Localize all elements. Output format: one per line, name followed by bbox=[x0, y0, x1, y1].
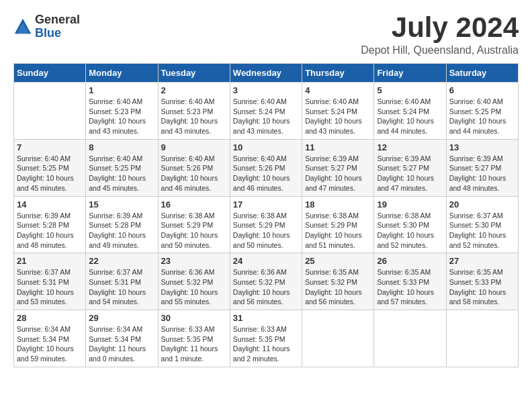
day-number: 13 bbox=[449, 142, 515, 152]
day-info: Sunrise: 6:34 AM Sunset: 5:34 PM Dayligh… bbox=[17, 324, 83, 364]
table-row: 13Sunrise: 6:39 AM Sunset: 5:27 PM Dayli… bbox=[446, 139, 518, 196]
calendar-week-row: 1Sunrise: 6:40 AM Sunset: 5:23 PM Daylig… bbox=[14, 83, 519, 140]
table-row: 11Sunrise: 6:39 AM Sunset: 5:27 PM Dayli… bbox=[302, 139, 374, 196]
day-info: Sunrise: 6:40 AM Sunset: 5:26 PM Dayligh… bbox=[161, 154, 227, 193]
day-info: Sunrise: 6:40 AM Sunset: 5:23 PM Dayligh… bbox=[89, 97, 154, 136]
day-info: Sunrise: 6:40 AM Sunset: 5:23 PM Dayligh… bbox=[161, 97, 227, 136]
day-number: 4 bbox=[305, 85, 371, 95]
day-info: Sunrise: 6:35 AM Sunset: 5:33 PM Dayligh… bbox=[377, 267, 443, 307]
calendar-header-row: Sunday Monday Tuesday Wednesday Thursday… bbox=[14, 64, 519, 83]
day-number: 16 bbox=[161, 199, 227, 210]
table-row: 9Sunrise: 6:40 AM Sunset: 5:26 PM Daylig… bbox=[158, 139, 230, 196]
day-info: Sunrise: 6:39 AM Sunset: 5:27 PM Dayligh… bbox=[305, 154, 371, 193]
day-number: 31 bbox=[233, 313, 299, 323]
logo-general-text: General bbox=[35, 13, 80, 27]
logo-icon bbox=[13, 17, 32, 36]
calendar-week-row: 14Sunrise: 6:39 AM Sunset: 5:28 PM Dayli… bbox=[14, 196, 519, 253]
header-sunday: Sunday bbox=[14, 64, 86, 83]
table-row: 6Sunrise: 6:40 AM Sunset: 5:25 PM Daylig… bbox=[446, 83, 518, 140]
day-info: Sunrise: 6:38 AM Sunset: 5:30 PM Dayligh… bbox=[377, 211, 443, 250]
table-row: 22Sunrise: 6:37 AM Sunset: 5:31 PM Dayli… bbox=[86, 253, 158, 310]
day-info: Sunrise: 6:37 AM Sunset: 5:30 PM Dayligh… bbox=[449, 211, 515, 250]
day-info: Sunrise: 6:36 AM Sunset: 5:32 PM Dayligh… bbox=[233, 267, 299, 307]
day-number: 7 bbox=[17, 142, 83, 152]
table-row: 19Sunrise: 6:38 AM Sunset: 5:30 PM Dayli… bbox=[374, 196, 446, 253]
day-info: Sunrise: 6:39 AM Sunset: 5:27 PM Dayligh… bbox=[449, 154, 515, 193]
day-number: 5 bbox=[377, 85, 443, 95]
day-info: Sunrise: 6:40 AM Sunset: 5:24 PM Dayligh… bbox=[377, 97, 443, 136]
header-saturday: Saturday bbox=[446, 64, 518, 83]
day-info: Sunrise: 6:33 AM Sunset: 5:35 PM Dayligh… bbox=[161, 324, 227, 364]
table-row: 4Sunrise: 6:40 AM Sunset: 5:24 PM Daylig… bbox=[302, 83, 374, 140]
header-monday: Monday bbox=[86, 64, 158, 83]
table-row: 26Sunrise: 6:35 AM Sunset: 5:33 PM Dayli… bbox=[374, 253, 446, 310]
table-row: 17Sunrise: 6:38 AM Sunset: 5:29 PM Dayli… bbox=[230, 196, 302, 253]
table-row: 18Sunrise: 6:38 AM Sunset: 5:29 PM Dayli… bbox=[302, 196, 374, 253]
table-row: 2Sunrise: 6:40 AM Sunset: 5:23 PM Daylig… bbox=[158, 83, 230, 140]
day-info: Sunrise: 6:40 AM Sunset: 5:25 PM Dayligh… bbox=[89, 154, 154, 193]
logo-blue-text: Blue bbox=[35, 27, 80, 40]
header-friday: Friday bbox=[374, 64, 446, 83]
table-row: 3Sunrise: 6:40 AM Sunset: 5:24 PM Daylig… bbox=[230, 83, 302, 140]
table-row bbox=[14, 83, 86, 140]
day-info: Sunrise: 6:40 AM Sunset: 5:24 PM Dayligh… bbox=[305, 97, 371, 136]
day-info: Sunrise: 6:40 AM Sunset: 5:25 PM Dayligh… bbox=[449, 97, 515, 136]
table-row: 1Sunrise: 6:40 AM Sunset: 5:23 PM Daylig… bbox=[86, 83, 158, 140]
table-row: 12Sunrise: 6:39 AM Sunset: 5:27 PM Dayli… bbox=[374, 139, 446, 196]
day-number: 28 bbox=[17, 313, 83, 323]
table-row: 23Sunrise: 6:36 AM Sunset: 5:32 PM Dayli… bbox=[158, 253, 230, 310]
day-number: 24 bbox=[233, 256, 299, 266]
day-number: 30 bbox=[161, 313, 227, 323]
day-number: 26 bbox=[377, 256, 443, 266]
day-number: 19 bbox=[377, 199, 443, 210]
table-row: 16Sunrise: 6:38 AM Sunset: 5:29 PM Dayli… bbox=[158, 196, 230, 253]
day-info: Sunrise: 6:40 AM Sunset: 5:25 PM Dayligh… bbox=[17, 154, 83, 193]
table-row: 21Sunrise: 6:37 AM Sunset: 5:31 PM Dayli… bbox=[14, 253, 86, 310]
day-number: 17 bbox=[233, 199, 299, 210]
header-wednesday: Wednesday bbox=[230, 64, 302, 83]
day-number: 2 bbox=[161, 85, 227, 95]
table-row bbox=[446, 310, 518, 367]
table-row bbox=[374, 310, 446, 367]
table-row: 29Sunrise: 6:34 AM Sunset: 5:34 PM Dayli… bbox=[86, 310, 158, 367]
table-row: 7Sunrise: 6:40 AM Sunset: 5:25 PM Daylig… bbox=[14, 139, 86, 196]
day-number: 15 bbox=[89, 199, 154, 210]
table-row: 30Sunrise: 6:33 AM Sunset: 5:35 PM Dayli… bbox=[158, 310, 230, 367]
day-info: Sunrise: 6:40 AM Sunset: 5:24 PM Dayligh… bbox=[233, 97, 299, 136]
day-number: 25 bbox=[305, 256, 371, 266]
calendar-week-row: 7Sunrise: 6:40 AM Sunset: 5:25 PM Daylig… bbox=[14, 139, 519, 196]
day-info: Sunrise: 6:39 AM Sunset: 5:27 PM Dayligh… bbox=[377, 154, 443, 193]
day-number: 3 bbox=[233, 85, 299, 95]
table-row: 24Sunrise: 6:36 AM Sunset: 5:32 PM Dayli… bbox=[230, 253, 302, 310]
day-info: Sunrise: 6:40 AM Sunset: 5:26 PM Dayligh… bbox=[233, 154, 299, 193]
table-row: 5Sunrise: 6:40 AM Sunset: 5:24 PM Daylig… bbox=[374, 83, 446, 140]
day-number: 23 bbox=[161, 256, 227, 266]
table-row: 31Sunrise: 6:33 AM Sunset: 5:35 PM Dayli… bbox=[230, 310, 302, 367]
logo-text: General Blue bbox=[35, 13, 80, 40]
day-info: Sunrise: 6:35 AM Sunset: 5:33 PM Dayligh… bbox=[449, 267, 515, 307]
calendar-week-row: 21Sunrise: 6:37 AM Sunset: 5:31 PM Dayli… bbox=[14, 253, 519, 310]
header-tuesday: Tuesday bbox=[158, 64, 230, 83]
day-number: 14 bbox=[17, 199, 83, 210]
day-number: 11 bbox=[305, 142, 371, 152]
day-number: 29 bbox=[89, 313, 154, 323]
calendar-week-row: 28Sunrise: 6:34 AM Sunset: 5:34 PM Dayli… bbox=[14, 310, 519, 367]
title-area: July 2024 Depot Hill, Queensland, Austra… bbox=[361, 13, 519, 56]
day-number: 12 bbox=[377, 142, 443, 152]
day-number: 22 bbox=[89, 256, 154, 266]
day-number: 20 bbox=[449, 199, 515, 210]
table-row: 20Sunrise: 6:37 AM Sunset: 5:30 PM Dayli… bbox=[446, 196, 518, 253]
table-row: 25Sunrise: 6:35 AM Sunset: 5:32 PM Dayli… bbox=[302, 253, 374, 310]
day-info: Sunrise: 6:39 AM Sunset: 5:28 PM Dayligh… bbox=[17, 211, 83, 250]
day-info: Sunrise: 6:38 AM Sunset: 5:29 PM Dayligh… bbox=[233, 211, 299, 250]
day-info: Sunrise: 6:37 AM Sunset: 5:31 PM Dayligh… bbox=[17, 267, 83, 307]
month-year-title: July 2024 bbox=[361, 13, 519, 42]
day-info: Sunrise: 6:33 AM Sunset: 5:35 PM Dayligh… bbox=[233, 324, 299, 364]
day-number: 1 bbox=[89, 85, 154, 95]
day-info: Sunrise: 6:37 AM Sunset: 5:31 PM Dayligh… bbox=[89, 267, 154, 307]
day-info: Sunrise: 6:36 AM Sunset: 5:32 PM Dayligh… bbox=[161, 267, 227, 307]
table-row: 8Sunrise: 6:40 AM Sunset: 5:25 PM Daylig… bbox=[86, 139, 158, 196]
logo: General Blue bbox=[13, 13, 80, 40]
calendar-table: Sunday Monday Tuesday Wednesday Thursday… bbox=[13, 63, 519, 367]
header-thursday: Thursday bbox=[302, 64, 374, 83]
